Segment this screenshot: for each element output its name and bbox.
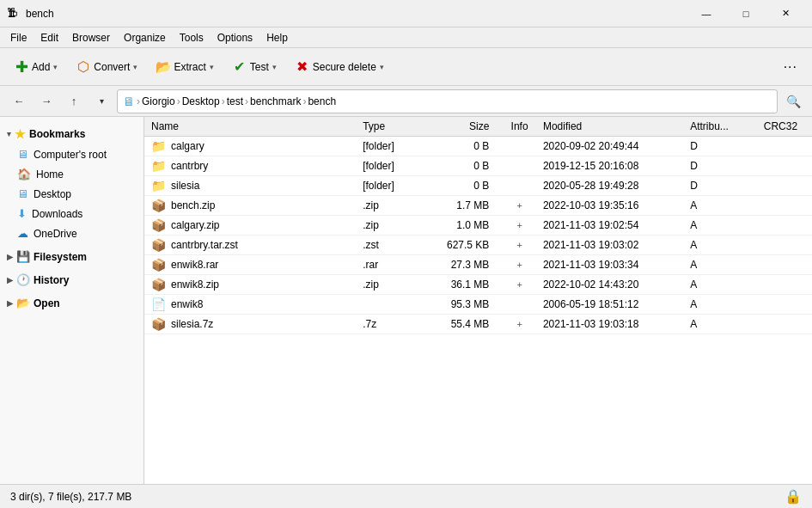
menu-options[interactable]: Options: [211, 30, 259, 46]
cell-info: [503, 156, 536, 176]
window-title: bench: [26, 8, 687, 20]
menu-organize[interactable]: Organize: [117, 30, 173, 46]
extract-button[interactable]: 📂 Extract ▾: [149, 53, 221, 81]
convert-label: Convert: [94, 61, 130, 73]
history-section: ▶ 🕐 History: [0, 270, 143, 290]
test-label: Test: [250, 61, 269, 73]
table-row[interactable]: 📦calgary.zip.zip1.0 MB+2021-11-03 19:02:…: [144, 216, 812, 236]
secure-delete-icon: ✖: [296, 60, 309, 74]
test-arrow[interactable]: ▾: [272, 63, 277, 71]
cell-size: 0 B: [430, 137, 504, 156]
sidebar-item-desktop[interactable]: 🖥 Desktop: [0, 184, 143, 204]
up-button[interactable]: ↑: [62, 89, 86, 113]
add-arrow[interactable]: ▾: [53, 63, 58, 71]
cell-attrib: A: [683, 255, 757, 275]
minimize-button[interactable]: —: [687, 0, 726, 28]
table-row[interactable]: 📦enwik8.rar.rar27.3 MB+2021-11-03 19:03:…: [144, 255, 812, 275]
add-button[interactable]: ✚ Add ▾: [7, 53, 65, 81]
add-label: Add: [32, 61, 50, 73]
menu-edit[interactable]: Edit: [34, 30, 65, 46]
cell-info: [503, 137, 536, 156]
cell-modified: 2022-10-02 14:43:20: [536, 275, 683, 295]
table-row[interactable]: 📦cantrbry.tar.zst.zst627.5 KB+2021-11-03…: [144, 236, 812, 255]
breadcrumb-desktop[interactable]: Desktop: [182, 95, 220, 107]
cell-attrib: A: [683, 275, 757, 295]
sidebar-item-home[interactable]: 🏠 Home: [0, 164, 143, 184]
toolbar: ✚ Add ▾ ⬡ Convert ▾ 📂 Extract ▾ ✔ Test ▾…: [0, 48, 812, 86]
breadcrumb-bench[interactable]: bench: [308, 95, 336, 107]
app-icon: 🗜: [7, 7, 21, 21]
computer-icon: 🖥: [17, 148, 28, 161]
more-button[interactable]: ···: [776, 53, 805, 81]
col-header-size[interactable]: Size: [430, 117, 504, 137]
table-row[interactable]: 📦bench.zip.zip1.7 MB+2022-10-03 19:35:16…: [144, 196, 812, 216]
col-header-modified[interactable]: Modified: [536, 117, 683, 137]
content-area: Name Type Size Info Modified Attribu... …: [144, 117, 812, 484]
table-row[interactable]: 📁cantrbry[folder]0 B2019-12-15 20:16:08D: [144, 156, 812, 176]
sidebar-item-onedrive[interactable]: ☁ OneDrive: [0, 223, 143, 243]
sidebar-downloads-label: Downloads: [32, 208, 82, 220]
filesystem-header[interactable]: ▶ 💾 Filesystem: [0, 247, 143, 266]
open-header[interactable]: ▶ 📂 Open: [0, 293, 143, 313]
cell-crc: [757, 255, 812, 275]
statusbar: 3 dir(s), 7 file(s), 217.7 MB 🔒: [0, 484, 812, 508]
cell-type: .7z: [356, 315, 430, 334]
menu-tools[interactable]: Tools: [173, 30, 211, 46]
cell-crc: [757, 295, 812, 315]
maximize-button[interactable]: □: [726, 0, 766, 28]
cell-type: .zip: [356, 216, 430, 236]
addressbar: ← → ↑ ▾ 🖥 › Giorgio › Desktop › test › b…: [0, 86, 812, 117]
history-header[interactable]: ▶ 🕐 History: [0, 270, 143, 290]
home-icon: 🏠: [17, 168, 31, 181]
cell-type: .rar: [356, 255, 430, 275]
forward-button[interactable]: →: [34, 89, 58, 113]
extract-arrow[interactable]: ▾: [210, 63, 214, 71]
table-row[interactable]: 📁silesia[folder]0 B2020-05-28 19:49:28D: [144, 176, 812, 196]
col-header-attrib[interactable]: Attribu...: [683, 117, 757, 137]
breadcrumb-test[interactable]: test: [227, 95, 243, 107]
col-header-type[interactable]: Type: [356, 117, 430, 137]
menu-file[interactable]: File: [3, 30, 34, 46]
col-header-name[interactable]: Name: [144, 117, 356, 137]
cell-name: 📦bench.zip: [144, 196, 356, 216]
open-icon: 📂: [16, 297, 30, 309]
extract-label: Extract: [174, 61, 205, 73]
sidebar-computer-label: Computer's root: [34, 149, 107, 161]
cell-attrib: A: [683, 315, 757, 334]
cell-name: 📄enwik8: [144, 295, 356, 315]
extract-icon: 📂: [156, 60, 170, 74]
more-icon: ···: [784, 59, 797, 75]
cell-info: [503, 295, 536, 315]
menu-help[interactable]: Help: [259, 30, 295, 46]
menu-browser[interactable]: Browser: [65, 30, 117, 46]
sidebar-item-downloads[interactable]: ⬇ Downloads: [0, 204, 143, 223]
table-row[interactable]: 📄enwik895.3 MB2006-05-19 18:51:12A: [144, 295, 812, 315]
table-row[interactable]: 📦enwik8.zip.zip36.1 MB+2022-10-02 14:43:…: [144, 275, 812, 295]
sidebar-item-computer[interactable]: 🖥 Computer's root: [0, 144, 143, 164]
filesystem-section: ▶ 💾 Filesystem: [0, 247, 143, 266]
cell-attrib: D: [683, 176, 757, 196]
close-button[interactable]: ✕: [766, 0, 805, 28]
cell-modified: 2020-05-28 19:49:28: [536, 176, 683, 196]
secure-delete-arrow[interactable]: ▾: [380, 63, 384, 71]
col-header-info[interactable]: Info: [503, 117, 536, 137]
back-button[interactable]: ←: [7, 89, 31, 113]
bookmarks-star-icon: ★: [15, 127, 26, 141]
col-header-crc[interactable]: CRC32: [757, 117, 812, 137]
breadcrumb-benchmark[interactable]: benchmark: [250, 95, 301, 107]
search-button[interactable]: 🔍: [781, 89, 805, 113]
cell-type: [folder]: [356, 176, 430, 196]
file-table: Name Type Size Info Modified Attribu... …: [144, 117, 812, 484]
dropdown-button[interactable]: ▾: [89, 89, 113, 113]
cell-modified: 2021-11-03 19:02:54: [536, 216, 683, 236]
bookmarks-header[interactable]: ▾ ★ Bookmarks: [0, 124, 143, 144]
cell-name: 📦enwik8.rar: [144, 255, 356, 275]
secure-delete-button[interactable]: ✖ Secure delete ▾: [288, 53, 392, 81]
breadcrumb-giorgio[interactable]: Giorgio: [142, 95, 175, 107]
convert-arrow[interactable]: ▾: [133, 63, 137, 71]
cell-type: .zip: [356, 275, 430, 295]
convert-button[interactable]: ⬡ Convert ▾: [69, 53, 145, 81]
test-button[interactable]: ✔ Test ▾: [225, 53, 284, 81]
table-row[interactable]: 📦silesia.7z.7z55.4 MB+2021-11-03 19:03:1…: [144, 315, 812, 334]
table-row[interactable]: 📁calgary[folder]0 B2020-09-02 20:49:44D: [144, 137, 812, 156]
